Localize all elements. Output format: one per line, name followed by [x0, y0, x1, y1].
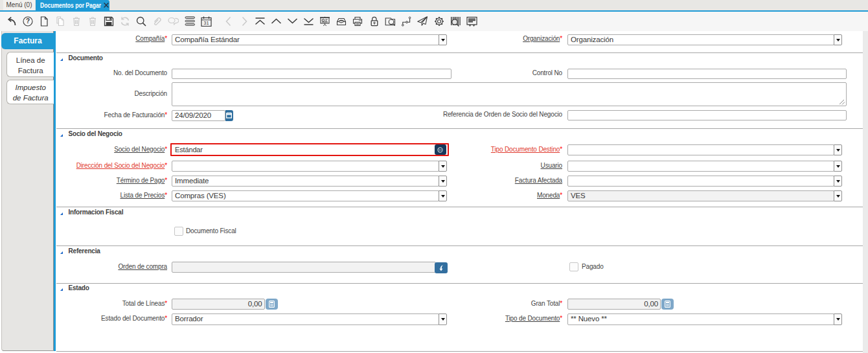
svg-text:31: 31: [203, 20, 209, 26]
svg-text:?: ?: [25, 17, 29, 25]
